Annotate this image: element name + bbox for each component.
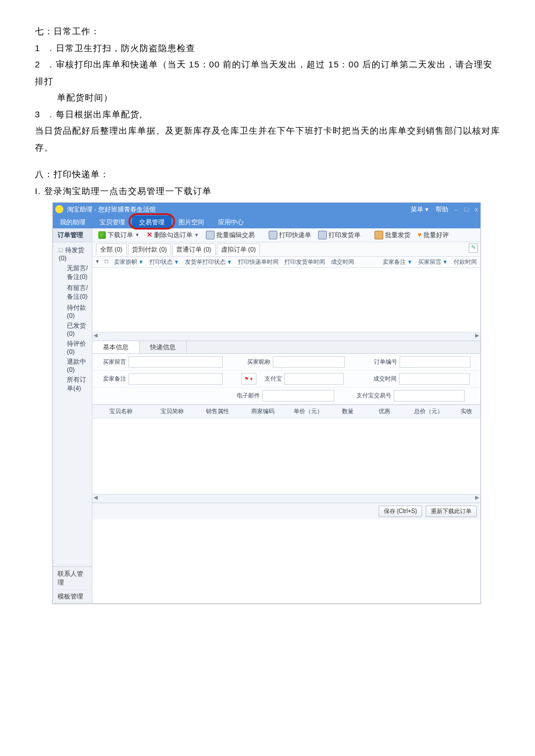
- label-alipay: 支付宝: [259, 375, 282, 383]
- app-logo-icon: [55, 205, 63, 213]
- title-bar-controls: 菜单 ▾ 帮助 – □ x: [401, 205, 478, 214]
- col-delivery-print[interactable]: 发货单打印状态▼: [185, 258, 232, 266]
- sidebar-header-orders[interactable]: 订单管理: [53, 228, 92, 242]
- input-email[interactable]: [262, 390, 334, 402]
- input-order-no[interactable]: [400, 356, 470, 368]
- delete-icon: ✕: [147, 231, 152, 239]
- flag-selector[interactable]: ⚑ ▾: [241, 373, 256, 385]
- label-buyer-nick: 买家昵称: [240, 358, 270, 366]
- input-alipay[interactable]: [284, 373, 344, 385]
- menu-product-mgmt[interactable]: 宝贝管理: [92, 216, 132, 228]
- bottom-action-bar: 保存 (Ctrl+S) 重新下载此订单: [92, 503, 480, 519]
- sidebar-tree: 待发货(0) 无留言/备注(0) 有留言/备注(0) 待付款(0) 已发货(0)…: [53, 242, 92, 396]
- section-7-title: 七：日常工作：: [35, 23, 500, 40]
- order-grid-body: [92, 268, 480, 332]
- sidebar-item-all-orders[interactable]: 所有订单(4): [56, 374, 92, 394]
- sidebar: 订单管理 待发货(0) 无留言/备注(0) 有留言/备注(0) 待付款(0) 已…: [53, 228, 92, 603]
- maximize-button[interactable]: □: [465, 206, 469, 213]
- label-order-no: 订单编号: [362, 358, 397, 366]
- sidebar-item-has-msg[interactable]: 有留言/备注(0): [56, 282, 92, 302]
- input-buyer-msg[interactable]: [129, 356, 223, 368]
- col-item-short[interactable]: 宝贝简称: [149, 406, 195, 417]
- tab-cod[interactable]: 货到付款 (0): [128, 243, 172, 255]
- batch-praise-button[interactable]: ♥批量好评: [415, 230, 451, 240]
- sidebar-item-shipped[interactable]: 已发货(0): [56, 320, 92, 338]
- col-deal-time[interactable]: 成交时间: [331, 258, 354, 266]
- label-buyer-msg: 买家留言: [96, 358, 126, 366]
- col-received[interactable]: 实收: [452, 406, 480, 417]
- col-item-name[interactable]: 宝贝名称: [92, 406, 149, 417]
- label-alipay-trade: 支付宝交易号: [347, 392, 391, 400]
- detail-tabs: 基本信息 快递信息: [92, 341, 480, 354]
- batch-edit-button[interactable]: 批量编辑交易: [204, 230, 257, 240]
- menu-app-center[interactable]: 应用中心: [211, 216, 251, 228]
- sidebar-item-pending-pay[interactable]: 待付款(0): [56, 302, 92, 320]
- sidebar-item-pending-review[interactable]: 待评价(0): [56, 338, 92, 356]
- col-seller-note[interactable]: 卖家备注▼: [383, 258, 412, 266]
- col-sku[interactable]: 商家编码: [240, 406, 286, 417]
- s7-item-2-cont: 单配货时间）: [35, 89, 500, 106]
- window-title: 淘宝助理 - 您好班捕青春生活馆: [67, 205, 156, 214]
- col-sale-attr[interactable]: 销售属性: [195, 406, 240, 417]
- sidebar-item-pending-ship[interactable]: 待发货(0): [56, 245, 92, 263]
- close-button[interactable]: x: [475, 206, 479, 213]
- col-express-time[interactable]: 打印快递单时间: [238, 258, 279, 266]
- s7-item-1: 1 . 日常卫生打扫，防火防盗隐患检查: [35, 40, 500, 57]
- delete-selected-button[interactable]: ✕删除勾选订单▼: [144, 230, 201, 240]
- tab-virtual[interactable]: 虚拟订单 (0): [217, 243, 261, 255]
- print-express-button[interactable]: 打印快递单: [266, 230, 313, 240]
- col-unit-price[interactable]: 单价（元）: [286, 406, 331, 417]
- sidebar-contacts[interactable]: 联系人管理: [53, 567, 92, 589]
- edit-columns-icon[interactable]: ✎: [469, 243, 478, 253]
- menu-trade-mgmt[interactable]: 交易管理: [132, 216, 172, 228]
- sidebar-item-no-msg[interactable]: 无留言/备注(0): [56, 263, 92, 282]
- col-buyer-msg[interactable]: 买家留言▼: [418, 258, 448, 266]
- save-button[interactable]: 保存 (Ctrl+S): [379, 506, 423, 517]
- batch-ship-button[interactable]: 批量发货: [372, 230, 413, 240]
- col-seller-flag[interactable]: 卖家旗帜▼: [114, 258, 144, 266]
- items-grid-header: 宝贝名称 宝贝简称 销售属性 商家编码 单价（元） 数量 优惠 总价（元） 实收: [92, 404, 480, 418]
- label-seller-note: 卖家备注: [96, 375, 126, 383]
- sidebar-templates[interactable]: 模板管理: [53, 589, 92, 603]
- taobao-assistant-window: 淘宝助理 - 您好班捕青春生活馆 菜单 ▾ 帮助 – □ x 我的助理 宝贝管理…: [52, 202, 481, 604]
- s7-para-2: 存。: [35, 139, 500, 156]
- items-horizontal-scrollbar[interactable]: [92, 494, 480, 503]
- printer-icon: [269, 231, 277, 239]
- col-qty[interactable]: 数量: [331, 406, 365, 417]
- menu-my-assistant[interactable]: 我的助理: [53, 216, 92, 228]
- input-deal-time[interactable]: [399, 373, 470, 385]
- col-delivery-time[interactable]: 打印发货单时间: [284, 258, 325, 266]
- download-orders-button[interactable]: 下载订单▼: [96, 230, 142, 240]
- sidebar-item-refunding[interactable]: 退款中(0): [56, 356, 92, 374]
- input-seller-note[interactable]: [129, 373, 223, 385]
- col-total[interactable]: 总价（元）: [404, 406, 452, 417]
- tab-normal[interactable]: 普通订单 (0): [172, 243, 216, 255]
- menu-dropdown[interactable]: 菜单 ▾: [406, 206, 429, 213]
- col-print-status[interactable]: 打印状态▼: [149, 258, 179, 266]
- redownload-button[interactable]: 重新下载此订单: [426, 506, 477, 517]
- label-email: 电子邮件: [230, 392, 260, 400]
- minimize-button[interactable]: –: [455, 206, 458, 213]
- col-discount[interactable]: 优惠: [365, 406, 404, 417]
- tab-basic-info[interactable]: 基本信息: [92, 341, 140, 353]
- heart-icon: ♥: [418, 231, 422, 239]
- items-grid-body: [92, 418, 480, 494]
- title-bar: 淘宝助理 - 您好班捕青春生活馆 菜单 ▾ 帮助 – □ x: [53, 203, 480, 216]
- ship-icon: [374, 231, 383, 239]
- download-icon: [98, 231, 106, 239]
- edit-icon: [206, 231, 215, 239]
- print-delivery-button[interactable]: 打印发货单: [316, 230, 363, 240]
- tab-all[interactable]: 全部 (0): [96, 243, 127, 255]
- help-button[interactable]: 帮助: [436, 206, 448, 213]
- s7-para-1: 当日货品配好后整理出库单据、及更新库存及仓库卫生并在下午下班打卡时把当天的出库单…: [35, 123, 500, 139]
- col-checkbox[interactable]: □: [105, 258, 108, 266]
- input-alipay-trade[interactable]: [394, 390, 465, 402]
- input-buyer-nick[interactable]: [273, 356, 345, 368]
- col-pay-time[interactable]: 付款时间: [454, 258, 477, 266]
- menu-image-space[interactable]: 图片空间: [172, 216, 211, 228]
- horizontal-scrollbar[interactable]: [92, 332, 480, 341]
- section-8-title: 八：打印快递单：: [35, 166, 500, 183]
- document-body: 七：日常工作： 1 . 日常卫生打扫，防火防盗隐患检查 2 . 审核打印出库单和…: [35, 23, 500, 199]
- tab-express-info[interactable]: 快递信息: [140, 341, 187, 353]
- s7-item-3: 3 . 每日根据出库单配货,: [35, 106, 500, 123]
